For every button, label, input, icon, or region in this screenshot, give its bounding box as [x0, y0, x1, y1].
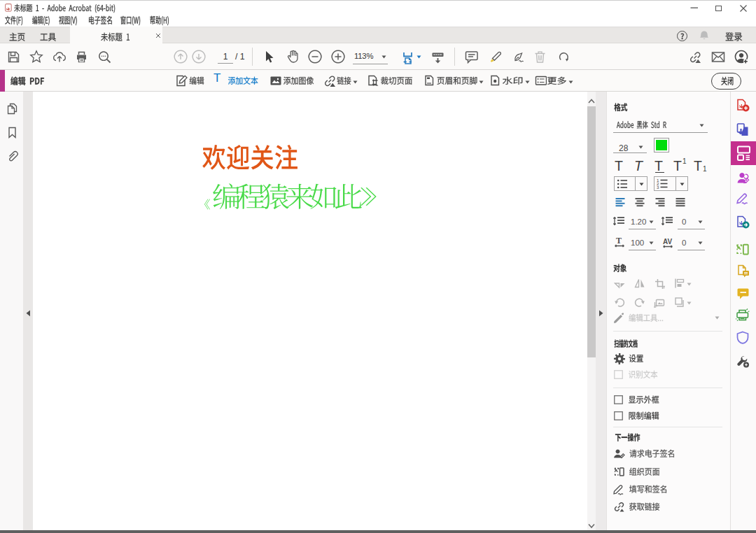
- svg-text:T: T: [616, 236, 622, 246]
- svg-text:3: 3: [657, 185, 659, 190]
- svg-text:AV: AV: [663, 238, 672, 246]
